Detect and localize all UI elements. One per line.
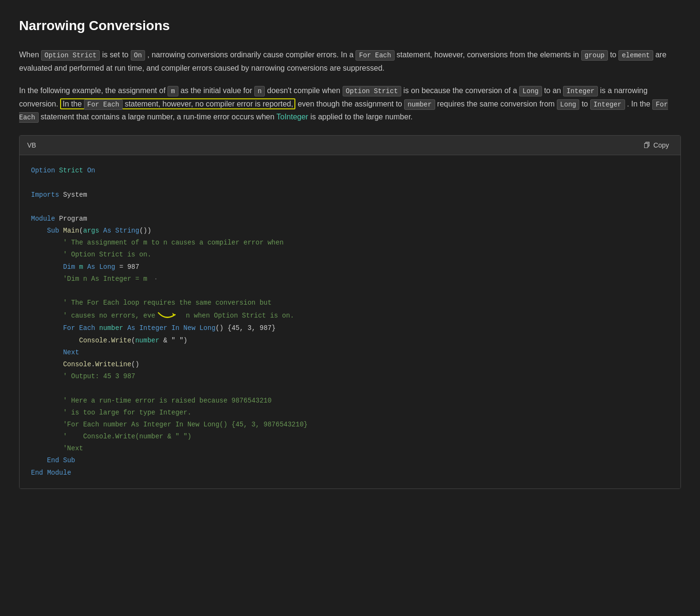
p2-text9: to (582, 100, 590, 108)
code-line-24: End Module (31, 467, 669, 479)
highlighted-sentence: In the For Each statement, however, no c… (60, 98, 295, 109)
code-line-11: ' The For Each loop requires the same co… (31, 297, 669, 309)
paragraph-1: When Option Strict is set to On , narrow… (19, 48, 681, 74)
p2-code-integer: Integer (563, 86, 598, 96)
copy-label: Copy (653, 141, 669, 149)
code-block-header: VB 🗍 Copy (20, 136, 680, 155)
code-line-12: ' causes no errors, even when Option Str… (31, 309, 669, 322)
p2-code-m: m (167, 86, 178, 96)
code-line-22: 'Next (31, 443, 669, 455)
p1-code-group: group (581, 50, 608, 61)
code-line-21: ' Console.Write(number & " ") (31, 431, 669, 443)
code-line-8: ' Option Strict is on. (31, 249, 669, 261)
code-line-9: Dim m As Long = 987 (31, 261, 669, 273)
p1-text3: , narrowing conversions ordinarily cause… (147, 51, 356, 59)
page-title: Narrowing Conversions (19, 15, 681, 37)
code-line-13: For Each number As Integer In New Long()… (31, 322, 669, 334)
code-line-6: Sub Main(args As String()) (31, 225, 669, 237)
p1-text5: to (610, 51, 618, 59)
p2-text10: . In the (627, 100, 652, 108)
paragraph-2: In the following example, the assignment… (19, 84, 681, 124)
p2-code-option-strict: Option Strict (343, 86, 401, 96)
code-line-18: ' Here a run-time error is raised becaus… (31, 395, 669, 407)
p1-code-option-strict: Option Strict (41, 50, 100, 61)
p1-code-element: element (618, 50, 653, 61)
tointeger-link[interactable]: ToInteger (276, 113, 308, 121)
code-line-blank3 (31, 285, 669, 297)
code-line-blank4 (31, 382, 669, 394)
p2-text8: requires the same conversion from (437, 100, 557, 108)
code-line-15: Next (31, 347, 669, 359)
code-line-10: 'Dim n As Integer = m · (31, 273, 669, 285)
code-block-body: Option Strict On Imports System Module P… (20, 155, 680, 489)
p2-text1: In the following example, the assignment… (19, 86, 167, 95)
code-line-19: ' is too large for type Integer. (31, 407, 669, 419)
yellow-arrow-icon (156, 309, 185, 322)
code-line-17: ' Output: 45 3 987 (31, 371, 669, 382)
p2-code-number: number (404, 99, 435, 110)
p2-code-integer2: Integer (590, 99, 625, 110)
code-line-5: Module Program (31, 213, 669, 225)
p1-text1: When (19, 51, 41, 59)
p2-text5: to an (544, 86, 563, 95)
code-line-blank2 (31, 201, 669, 213)
p2-code-long2: Long (557, 99, 580, 110)
code-line-23: End Sub (31, 455, 669, 467)
p1-code-for-each: For Each (355, 50, 394, 61)
p2-code-for-each-highlighted: For Each (84, 99, 123, 110)
p2-text12: is applied to the large number. (310, 113, 412, 121)
p2-text7: even though the assignment to (298, 100, 404, 108)
copy-button[interactable]: 🗍 Copy (640, 139, 673, 151)
p2-text4: is on because the conversion of a (403, 86, 519, 95)
p2-code-n: n (254, 86, 265, 96)
p1-code-on: On (131, 50, 146, 61)
p2-text2: as the initial value for (180, 86, 254, 95)
p2-text11: statement that contains a large number, … (41, 113, 276, 121)
p1-text2: is set to (102, 51, 131, 59)
p2-text3: doesn't compile when (267, 86, 343, 95)
code-line-3: Imports System (31, 189, 669, 201)
code-block-container: VB 🗍 Copy Option Strict On Imports Syste… (19, 135, 681, 489)
p2-code-long: Long (519, 86, 542, 96)
code-line-16: Console.WriteLine() (31, 359, 669, 371)
p1-text4: statement, however, conversions from the… (397, 51, 581, 59)
copy-icon: 🗍 (644, 141, 650, 149)
code-lang-label: VB (27, 140, 36, 150)
code-line-14: Console.Write(number & " ") (31, 335, 669, 347)
code-line-1: Option Strict On (31, 165, 669, 177)
code-line-7: ' The assignment of m to n causes a comp… (31, 237, 669, 249)
code-line-blank1 (31, 177, 669, 189)
code-line-20: 'For Each number As Integer In New Long(… (31, 419, 669, 431)
